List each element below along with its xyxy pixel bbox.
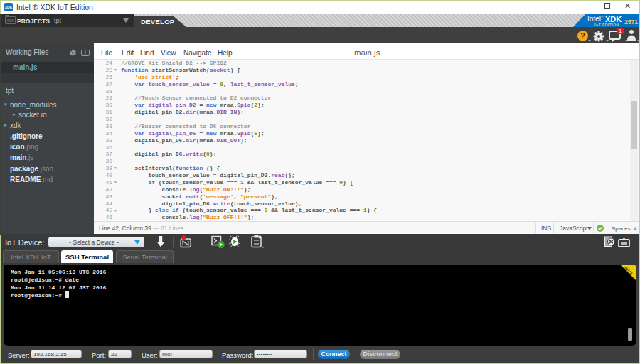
svg-text:1: 1	[619, 28, 622, 33]
